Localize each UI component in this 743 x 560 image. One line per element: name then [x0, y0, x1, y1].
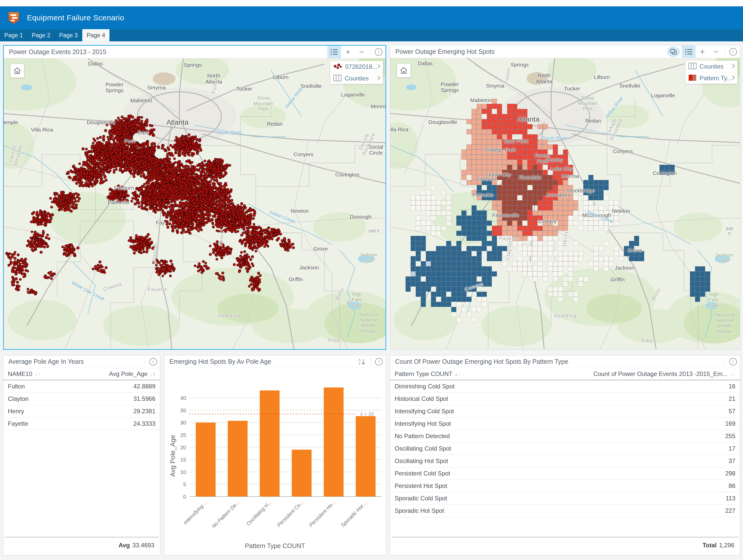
toolbar-divider [370, 49, 370, 55]
svg-text:30: 30 [180, 420, 186, 425]
column-header-value[interactable]: Count of Power Outage Events 2013 -2015_… [565, 370, 735, 377]
svg-text:Sporadic Hot ...: Sporadic Hot ... [340, 499, 368, 528]
map-legend: CountiesPattern Ty... [685, 61, 737, 84]
bar-intensifying[interactable] [196, 422, 216, 497]
mean-line-label: x̄ = 33 [360, 411, 374, 417]
y-axis-title: Avg Pole_Age [169, 418, 177, 494]
layers-button[interactable] [667, 46, 680, 57]
table-row[interactable]: Oscillating Hot Spot37 [390, 455, 740, 467]
table-row[interactable]: Historical Cold Spot21 [390, 393, 740, 405]
zoom-in-button[interactable]: + [341, 46, 355, 58]
svg-text:Persistent Ho...: Persistent Ho... [308, 499, 337, 528]
hotspot-grid-layer[interactable] [390, 58, 740, 349]
map-toolbar: + − i [667, 45, 740, 58]
row-label: Sporadic Cold Spot [395, 495, 565, 502]
tab-page-3[interactable]: Page 3 [55, 29, 82, 41]
table-row[interactable]: Fulton42.8889 [3, 380, 160, 393]
svg-text:No Pattern De...: No Pattern De... [211, 499, 241, 529]
bar-persistentho[interactable] [324, 387, 344, 497]
table-row[interactable]: Sporadic Hot Spot227 [390, 505, 740, 517]
legend-item-07262018-[interactable]: 07262018... [331, 61, 383, 72]
map-canvas-hot-spots[interactable]: DallasSpringsSmyrnaNorth AtlantaTuckerLi… [390, 58, 740, 349]
table-row[interactable]: Sporadic Cold Spot113 [390, 492, 740, 505]
svg-text:A: A [358, 358, 360, 362]
table-row[interactable]: Henry29.2381 [3, 405, 160, 418]
row-value: 86 [565, 482, 735, 489]
app-title: Equipment Failure Scenario [27, 13, 124, 22]
row-value: 113 [565, 495, 735, 502]
footer-value: 1,296 [719, 542, 734, 549]
legend-item-counties[interactable]: Counties [331, 72, 383, 84]
toolbar-divider [725, 48, 725, 55]
legend-item-label: Pattern Ty... [700, 75, 732, 82]
legend-toggle-button[interactable] [682, 45, 696, 58]
svg-text:Persistent Co...: Persistent Co... [276, 499, 304, 528]
info-button[interactable]: i [372, 356, 386, 368]
table-row[interactable]: No Pattern Detected255 [390, 430, 740, 442]
row-value: 29.2381 [82, 408, 156, 415]
sort-button[interactable]: AZ [355, 356, 369, 368]
pole-age-table-column-header: NAME10↓↑Avg Pole_Age↓↑ [3, 368, 160, 380]
tab-page-4[interactable]: Page 4 [82, 29, 110, 41]
table-row[interactable]: Persistent Cold Spot298 [390, 467, 740, 480]
svg-text:10: 10 [180, 469, 186, 475]
chevron-right-icon [377, 76, 380, 82]
chart-panel-title: Emerging Hot Spots By Av Pole Age [169, 358, 271, 365]
bar-persistentco[interactable] [292, 450, 312, 497]
svg-text:Z: Z [358, 362, 360, 366]
info-button[interactable]: i [726, 356, 740, 368]
column-header-name[interactable]: NAME10↓↑ [8, 370, 82, 377]
row-value: 255 [565, 432, 735, 440]
zoom-in-button[interactable]: + [696, 45, 709, 58]
table-footer: Total 1,296 [392, 537, 738, 553]
legend-item-counties[interactable]: Counties [685, 61, 737, 72]
table-panel-title-row: Count Of Power Outage Emerging Hot Spots… [390, 356, 740, 368]
map-legend: 07262018...Counties [331, 61, 383, 84]
svg-text:Intensifying ...: Intensifying ... [182, 499, 209, 525]
legend-item-label: Counties [700, 63, 732, 70]
table-row[interactable]: Fayette24.3333 [3, 418, 160, 430]
map-panel-title-row: Power Outage Events 2013 - 2015 + − i [4, 46, 386, 58]
table-row[interactable]: Oscillating Cold Spot17 [390, 442, 740, 455]
column-header-value[interactable]: Avg Pole_Age↓↑ [82, 370, 156, 377]
home-button[interactable] [10, 64, 24, 78]
row-value: 24.3333 [82, 420, 156, 427]
footer-value: 33.4693 [132, 542, 155, 549]
map-canvas-outage-events[interactable]: DallasSpringsSmyrnaNorth AtlantaTuckerLi… [4, 58, 386, 349]
row-label: Clayton [8, 395, 82, 402]
map-panel-hot-spots: Power Outage Emerging Hot Spots + − i Da… [390, 45, 740, 349]
pattern-icon [688, 75, 697, 82]
top-margin [0, 0, 743, 6]
tab-page-1[interactable]: Page 1 [0, 29, 28, 41]
tab-page-2[interactable]: Page 2 [28, 29, 55, 41]
svg-text:Oscillating H...: Oscillating H... [245, 499, 272, 526]
column-header-name[interactable]: Pattern Type COUNT↓↑ [395, 370, 565, 377]
zoom-out-button[interactable]: − [709, 45, 723, 58]
row-value: 17 [565, 445, 735, 452]
chart-panel-pole-age-by-pattern: Emerging Hot Spots By Av Pole Age AZ i 0… [164, 355, 386, 555]
row-label: Oscillating Hot Spot [395, 458, 565, 465]
chevron-right-icon [377, 64, 380, 70]
bar-nopatternde[interactable] [228, 421, 248, 497]
table-footer: Avg 33.4693 [5, 537, 159, 553]
table-row[interactable]: Intensifying Cold Spot57 [390, 405, 740, 418]
info-button[interactable]: i [726, 45, 740, 58]
columns-icon [334, 75, 342, 82]
pattern-count-table-column-header: Pattern Type COUNT↓↑Count of Power Outag… [390, 368, 740, 380]
table-row[interactable]: Persistent Hot Spot86 [390, 480, 740, 492]
table-row[interactable]: Diminishing Cold Spot16 [390, 380, 740, 393]
legend-toggle-button[interactable] [327, 46, 341, 58]
home-button[interactable] [397, 64, 410, 78]
table-row[interactable]: Clayton31.5966 [3, 393, 160, 405]
bar-sporadichot[interactable] [356, 416, 376, 497]
legend-item-pattern-ty-[interactable]: Pattern Ty... [685, 72, 737, 84]
info-button[interactable]: i [146, 356, 160, 368]
row-label: Intensifying Cold Spot [395, 408, 565, 415]
zoom-out-button[interactable]: − [355, 46, 368, 58]
outage-points-layer[interactable] [4, 58, 386, 349]
row-value: 37 [565, 458, 735, 465]
row-label: Persistent Cold Spot [395, 470, 565, 477]
table-row[interactable]: Intensifying Hot Spot169 [390, 418, 740, 430]
bar-oscillatingh[interactable] [260, 390, 279, 497]
info-button[interactable]: i [372, 46, 386, 58]
